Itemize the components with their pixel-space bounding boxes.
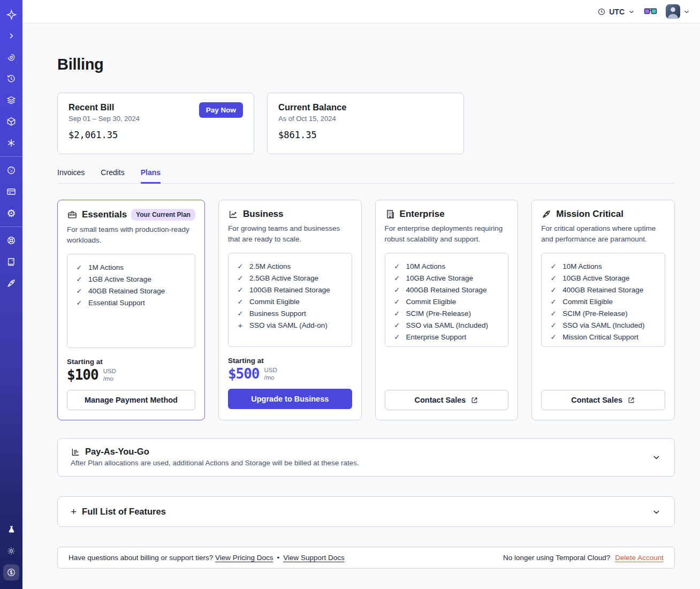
external-link-icon — [627, 396, 635, 404]
plus-icon: + — [237, 321, 244, 330]
contact-sales-button[interactable]: Contact Sales — [541, 390, 665, 410]
upgrade-to-business-button[interactable]: Upgrade to Business — [228, 389, 352, 409]
timezone-label: UTC — [609, 7, 625, 16]
contact-sales-button[interactable]: Contact Sales — [385, 390, 509, 410]
feature-text: 40GB Retained Storage — [88, 287, 165, 295]
check-icon: ✓ — [75, 275, 83, 283]
feature-item: ✓Commit Eligible — [393, 296, 500, 307]
timezone-selector[interactable]: UTC — [597, 7, 635, 16]
starting-at-label: Starting at — [67, 358, 195, 366]
check-icon: ✓ — [237, 274, 244, 282]
chart-line-icon — [228, 209, 239, 220]
namespaces-icon[interactable] — [3, 49, 19, 65]
check-icon: ✓ — [393, 298, 401, 306]
plan-card-mission-critical: Mission Critical For critical operations… — [531, 200, 675, 420]
temporal-logo-icon[interactable] — [3, 6, 19, 22]
feature-item: ✓10M Actions — [550, 260, 657, 272]
check-icon: ✓ — [393, 333, 401, 341]
labs-flask-icon[interactable] — [3, 522, 19, 538]
pay-now-button[interactable]: Pay Now — [199, 102, 243, 118]
check-icon: ✓ — [75, 263, 83, 271]
plan-card-business: Business For growing teams and businesse… — [218, 200, 362, 420]
nexus-icon[interactable] — [3, 135, 19, 151]
tab-credits[interactable]: Credits — [101, 168, 124, 184]
tab-plans[interactable]: Plans — [141, 168, 161, 184]
feature-item: ✓1M Actions — [75, 261, 187, 273]
feature-box: ✓1M Actions ✓1GB Active Storage ✓40GB Re… — [67, 254, 195, 348]
feature-text: 400GB Retained Storage — [562, 286, 643, 294]
packages-icon[interactable] — [3, 114, 19, 130]
billing-footer: Have questions about billing or support … — [57, 547, 675, 569]
feature-item: ✓Business Support — [237, 307, 344, 319]
delete-account-link[interactable]: Delete Account — [615, 554, 664, 562]
building-icon — [385, 209, 395, 220]
settings-gear-icon[interactable]: ⚙ — [3, 205, 19, 221]
feature-text: 10GB Active Storage — [562, 274, 629, 282]
plan-name: Essentials — [82, 209, 127, 220]
feature-item: +SSO via SAML (Add-on) — [237, 319, 344, 331]
billing-icon[interactable] — [3, 564, 19, 580]
usage-icon[interactable] — [3, 162, 19, 178]
feature-item: ✓SSO via SAML (Included) — [550, 319, 657, 331]
chevron-down-icon[interactable] — [651, 507, 661, 517]
feature-item: ✓Essential Support — [75, 297, 187, 308]
theme-sun-icon[interactable] — [3, 543, 19, 559]
expand-sidebar-icon[interactable] — [3, 28, 19, 44]
docs-icon[interactable] — [3, 254, 19, 270]
feature-text: 1M Actions — [88, 263, 124, 271]
feature-text: Commit Eligible — [406, 298, 456, 306]
feature-item: ✓1GB Active Storage — [75, 273, 187, 285]
feature-item: ✓2.5M Actions — [237, 260, 344, 272]
payg-title: Pay-As-You-Go — [85, 447, 149, 457]
support-icon[interactable] — [3, 232, 19, 248]
full-features-title: Full List of Features — [82, 507, 166, 517]
plan-price: $100 — [67, 367, 98, 383]
footer-question: Have questions about billing or support … — [69, 554, 213, 562]
current-balance-amount: $861.35 — [278, 130, 453, 140]
feature-text: 10M Actions — [406, 262, 446, 270]
summary-row: Recent Bill Sep 01 – Sep 30, 2024 Pay No… — [57, 93, 675, 154]
account-menu[interactable] — [666, 4, 690, 19]
check-icon: ✓ — [550, 309, 557, 318]
check-icon: ✓ — [237, 298, 244, 306]
pay-as-you-go-panel[interactable]: Pay-As-You-Go After Plan allocations are… — [57, 438, 675, 477]
getting-started-rocket-icon[interactable] — [3, 275, 19, 291]
feature-text: SSO via SAML (Included) — [406, 321, 488, 329]
plan-name: Business — [243, 209, 284, 220]
sidebar-divider — [0, 156, 22, 157]
chevron-down-icon[interactable] — [651, 452, 661, 463]
current-balance-title: Current Balance — [278, 102, 453, 112]
full-features-panel[interactable]: + Full List of Features — [57, 496, 675, 527]
footer-help-text: Have questions about billing or support … — [69, 554, 345, 562]
check-icon: ✓ — [75, 287, 83, 295]
feature-text: Essential Support — [88, 299, 145, 307]
current-plan-badge: Your Current Plan — [131, 209, 195, 221]
check-icon: ✓ — [550, 274, 557, 282]
plans-grid: Essentials Your Current Plan For small t… — [57, 200, 675, 420]
deployments-icon[interactable] — [3, 92, 19, 108]
schedules-icon[interactable] — [3, 71, 19, 87]
recent-bill-amount: $2,061.35 — [69, 130, 243, 140]
feature-text: SSO via SAML (Included) — [562, 321, 644, 329]
check-icon: ✓ — [237, 309, 244, 318]
check-icon: ✓ — [393, 286, 401, 294]
feature-text: SCIM (Pre-Release) — [562, 309, 628, 318]
view-support-docs-link[interactable]: View Support Docs — [283, 554, 345, 562]
recent-bill-card: Recent Bill Sep 01 – Sep 30, 2024 Pay No… — [57, 93, 254, 154]
check-icon: ✓ — [393, 321, 401, 329]
feature-item: ✓400GB Retained Storage — [550, 284, 657, 296]
feature-item: ✓10GB Active Storage — [550, 272, 657, 284]
feedback-glasses-icon[interactable] — [644, 7, 657, 16]
manage-payment-method-button[interactable]: Manage Payment Method — [67, 390, 195, 410]
feature-item: ✓10M Actions — [393, 260, 500, 272]
recent-bill-period: Sep 01 – Sep 30, 2024 — [69, 115, 140, 123]
view-pricing-docs-link[interactable]: View Pricing Docs — [215, 554, 273, 562]
tab-invoices[interactable]: Invoices — [57, 168, 85, 184]
app-root: ⚙ UTC — [0, 0, 700, 589]
plan-description: For critical operations where uptime and… — [541, 223, 665, 245]
check-icon: ✓ — [550, 298, 557, 306]
period-label: /mo — [103, 375, 116, 382]
feature-item: ✓400GB Retained Storage — [393, 284, 500, 296]
payments-icon[interactable] — [3, 184, 19, 200]
current-balance-as-of: As of Oct 15, 2024 — [278, 115, 453, 123]
